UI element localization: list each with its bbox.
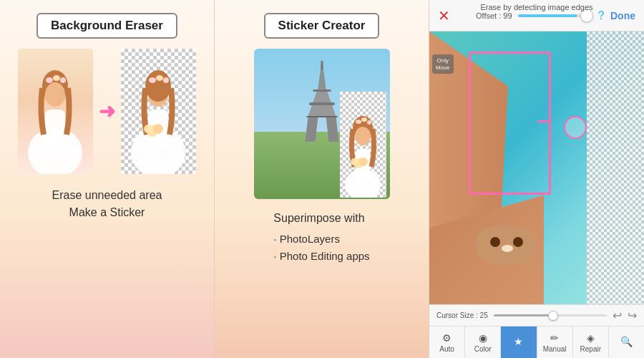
- svg-point-33: [361, 117, 367, 122]
- selection-handle: [537, 120, 550, 122]
- svg-rect-2: [45, 110, 65, 149]
- svg-point-17: [153, 124, 163, 134]
- tool-manual[interactable]: ✏ Manual: [537, 326, 573, 358]
- panel1-title: Background Eraser: [36, 13, 177, 39]
- circle-tool-indicator: [564, 116, 587, 139]
- bride-sticker-svg: [340, 92, 386, 198]
- bear-sticker: [469, 208, 547, 265]
- auto-icon: ⚙: [442, 332, 452, 344]
- close-button[interactable]: ✕: [438, 7, 450, 24]
- bear-eye-left: [490, 237, 500, 247]
- star-icon: ★: [514, 336, 523, 347]
- svg-rect-23: [309, 102, 334, 105]
- manual-icon: ✏: [550, 332, 559, 344]
- editor-bottom: Cursor Size : 25 ↩ ↪ ⚙ Auto ◉ Color ★ ✏ …: [429, 304, 644, 358]
- svg-point-34: [367, 120, 371, 125]
- editor-header: ✕ Offset : 99 ? Done Erase by detecting …: [429, 0, 644, 32]
- svg-point-18: [144, 125, 152, 133]
- color-icon: ◉: [479, 332, 487, 344]
- header-title: Erase by detecting image edges: [480, 3, 592, 11]
- redo-button[interactable]: ↪: [628, 309, 637, 322]
- bride-svg-2: [121, 49, 196, 174]
- bride-original: [18, 49, 93, 174]
- cursor-slider[interactable]: [494, 314, 607, 316]
- svg-point-15: [163, 77, 169, 83]
- svg-point-12: [145, 70, 171, 102]
- editor-canvas[interactable]: OnlyMove: [429, 32, 644, 304]
- svg-rect-25: [321, 61, 323, 69]
- done-button[interactable]: Done: [610, 10, 635, 21]
- eiffel-tower: [302, 59, 341, 142]
- offset-slider[interactable]: [518, 14, 592, 17]
- bear-nose: [502, 245, 513, 252]
- tool-color[interactable]: ◉ Color: [465, 326, 501, 358]
- svg-point-13: [149, 77, 156, 83]
- cursor-size-bar: Cursor Size : 25 ↩ ↪: [429, 305, 644, 326]
- svg-point-8: [60, 77, 66, 83]
- bear-eye-right: [513, 237, 523, 247]
- only-move-button[interactable]: OnlyMove: [432, 54, 454, 74]
- svg-point-7: [53, 75, 60, 81]
- help-button[interactable]: ?: [597, 9, 605, 22]
- svg-point-31: [355, 127, 371, 145]
- tool-search[interactable]: 🔍: [609, 326, 644, 358]
- tools-row: ⚙ Auto ◉ Color ★ ✏ Manual ◈ Repair 🔍: [429, 326, 644, 358]
- color-label: Color: [474, 345, 492, 353]
- panel-sticker-creator: Sticker Creator: [215, 0, 429, 358]
- auto-label: Auto: [439, 345, 454, 353]
- manual-label: Manual: [543, 345, 567, 353]
- images-row: ➜: [18, 49, 196, 174]
- svg-point-37: [351, 158, 358, 165]
- panel-background-eraser: Background Eraser: [0, 0, 215, 358]
- cursor-size-label: Cursor Size : 25: [436, 311, 488, 319]
- svg-point-32: [356, 120, 361, 124]
- tool-repair[interactable]: ◈ Repair: [573, 326, 609, 358]
- panel-editor: ✕ Offset : 99 ? Done Erase by detecting …: [429, 0, 644, 358]
- search-icon: 🔍: [620, 336, 633, 347]
- bride-overlay: [340, 92, 386, 198]
- svg-marker-22: [326, 117, 338, 142]
- bride-svg-1: [18, 49, 93, 174]
- panel1-description: Erase unneeded area Make a Sticker: [52, 187, 162, 221]
- panel2-title: Sticker Creator: [264, 13, 380, 39]
- svg-marker-21: [305, 117, 318, 142]
- original-image: [18, 49, 93, 174]
- tool-star[interactable]: ★: [501, 326, 537, 358]
- svg-rect-24: [313, 90, 331, 92]
- panel2-description: Superimpose with · PhotoLayers · Photo E…: [273, 209, 369, 265]
- svg-point-6: [46, 77, 53, 83]
- svg-point-14: [156, 75, 163, 81]
- transparent-area: [587, 32, 644, 304]
- svg-point-36: [359, 158, 368, 166]
- repair-label: Repair: [580, 345, 601, 353]
- svg-point-5: [45, 82, 65, 107]
- bear-body: [476, 226, 537, 265]
- repair-icon: ◈: [587, 332, 595, 344]
- selection-rectangle: [469, 52, 551, 195]
- arrow-icon: ➜: [99, 100, 115, 123]
- tool-auto[interactable]: ⚙ Auto: [429, 326, 465, 358]
- cursor-thumb: [548, 311, 558, 321]
- offset-label: Offset : 99: [476, 11, 512, 20]
- erased-image: [121, 49, 196, 174]
- sticker-image-container: [254, 49, 390, 199]
- undo-button[interactable]: ↩: [613, 309, 622, 322]
